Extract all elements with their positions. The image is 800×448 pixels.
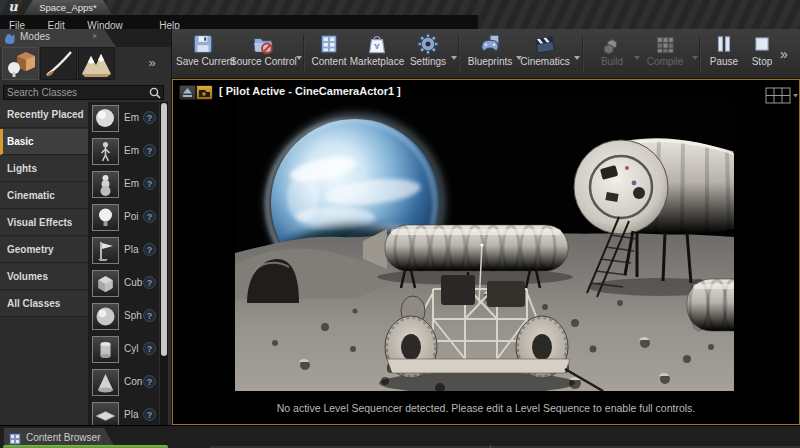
help-icon[interactable]: ?	[143, 276, 156, 289]
category-cinematic[interactable]: Cinematic	[0, 183, 88, 209]
modes-tab[interactable]: Modes ×	[0, 29, 116, 47]
category-recently-placed[interactable]: Recently Placed	[0, 102, 88, 128]
list-item-player-start[interactable]: Pla ?	[88, 235, 159, 268]
help-icon[interactable]: ?	[143, 111, 156, 124]
project-tab[interactable]: Space_Apps*	[24, 0, 112, 15]
cylinder-thumb-icon	[92, 336, 119, 363]
cinematics-dropdown-caret[interactable]	[574, 56, 580, 60]
compile-dropdown-caret[interactable]	[692, 56, 698, 60]
sphere-thumb-icon	[92, 303, 119, 330]
button-label: Settings	[405, 56, 451, 67]
list-item-empty-pawn[interactable]: Em ?	[88, 169, 159, 202]
cinematics-clapperboard-icon	[534, 33, 556, 55]
mode-landscape-button[interactable]	[78, 47, 115, 80]
cinematics-button[interactable]: Cinematics	[516, 32, 574, 76]
button-label: Source Control	[230, 56, 296, 67]
menu-bar: File Edit Window Help	[0, 15, 189, 29]
button-label: Compile	[638, 56, 692, 67]
pilot-camera-button[interactable]	[196, 85, 213, 100]
source-control-icon	[252, 33, 274, 55]
item-label: Sph	[124, 310, 142, 321]
button-label: Save Current	[176, 56, 230, 67]
compile-icon	[654, 33, 676, 55]
category-lights[interactable]: Lights	[0, 156, 88, 182]
empty-pawn-thumb-icon	[92, 171, 119, 198]
help-icon[interactable]: ?	[143, 144, 156, 157]
source-control-dropdown-caret[interactable]	[296, 56, 302, 60]
pause-icon	[713, 33, 735, 55]
button-label: Build	[590, 56, 634, 67]
build-button[interactable]: Build	[590, 32, 634, 76]
blueprints-button[interactable]: Blueprints	[464, 32, 516, 76]
button-label: Marketplace	[349, 56, 405, 67]
eject-icon	[180, 86, 195, 99]
help-icon[interactable]: ?	[143, 309, 156, 322]
list-item-cube[interactable]: Cub ?	[88, 268, 159, 301]
compile-button[interactable]: Compile	[638, 32, 692, 76]
content-browser-tab-label: Content Browser	[26, 432, 100, 443]
list-item-plane[interactable]: Pla ?	[88, 400, 159, 425]
item-label: Em	[124, 112, 139, 123]
plane-thumb-icon	[92, 402, 119, 425]
point-light-thumb-icon	[92, 204, 119, 231]
list-item-cone[interactable]: Con ?	[88, 367, 159, 400]
button-label: Content	[309, 56, 349, 67]
category-all-classes[interactable]: All Classes	[0, 291, 88, 317]
empty-character-thumb-icon	[92, 138, 119, 165]
modes-tab-label: Modes	[20, 31, 50, 42]
settings-dropdown-caret[interactable]	[451, 56, 457, 60]
mode-paint-button[interactable]	[40, 47, 77, 80]
content-browser-icon	[318, 33, 340, 55]
modes-overflow-chevron[interactable]: »	[140, 53, 164, 73]
list-item-empty-character[interactable]: Em ?	[88, 136, 159, 169]
list-item-empty-actor[interactable]: Em ?	[88, 103, 159, 136]
save-current-button[interactable]: Save Current	[176, 32, 230, 76]
unreal-editor-window: u Space_Apps* File Edit Window Help Mode…	[0, 0, 800, 448]
button-label: Cinematics	[516, 56, 574, 67]
cube-thumb-icon	[92, 270, 119, 297]
sequencer-status-message: No active Level Sequencer detected. Plea…	[173, 402, 799, 414]
marketplace-icon	[366, 33, 388, 55]
content-button[interactable]: Content	[309, 32, 349, 76]
help-icon[interactable]: ?	[143, 375, 156, 388]
marketplace-button[interactable]: Marketplace	[349, 32, 405, 76]
pause-button[interactable]: Pause	[705, 32, 743, 76]
item-label: Cub	[124, 277, 142, 288]
help-icon[interactable]: ?	[143, 243, 156, 256]
paint-mode-icon	[41, 48, 76, 79]
toolbar-separator	[582, 35, 584, 73]
source-control-button[interactable]: Source Control	[230, 32, 296, 76]
content-browser-close-icon[interactable]: ×	[96, 432, 101, 442]
category-volumes[interactable]: Volumes	[0, 264, 88, 290]
stop-piloting-button[interactable]	[179, 85, 196, 100]
mode-place-button[interactable]	[2, 47, 39, 80]
save-icon	[192, 33, 214, 55]
settings-button[interactable]: Settings	[405, 32, 451, 76]
level-viewport[interactable]: [ Pilot Active - CineCameraActor1 ] No a…	[172, 79, 800, 425]
category-basic[interactable]: Basic	[0, 129, 88, 155]
modes-panel: Modes ×	[0, 29, 171, 425]
help-icon[interactable]: ?	[143, 210, 156, 223]
gear-icon	[417, 33, 439, 55]
list-item-sphere[interactable]: Sph ?	[88, 301, 159, 334]
moon-scene	[235, 97, 734, 391]
list-item-point-light[interactable]: Poi ?	[88, 202, 159, 235]
grid-layout-icon	[765, 86, 799, 106]
toolbar-overflow-chevron[interactable]: »	[772, 44, 796, 64]
modes-tab-close-icon[interactable]: ×	[92, 31, 97, 41]
help-icon[interactable]: ?	[143, 342, 156, 355]
cone-thumb-icon	[92, 369, 119, 396]
items-scrollbar-thumb[interactable]	[161, 103, 167, 356]
viewport-layout-selector[interactable]	[765, 86, 799, 106]
cine-camera-frame	[235, 97, 734, 391]
help-icon[interactable]: ?	[143, 177, 156, 190]
build-icon	[601, 33, 623, 55]
category-visual-effects[interactable]: Visual Effects	[0, 210, 88, 236]
item-label: Poi	[124, 211, 138, 222]
search-icon	[148, 86, 162, 100]
help-icon[interactable]: ?	[143, 408, 156, 421]
list-item-cylinder[interactable]: Cyl ?	[88, 334, 159, 367]
category-geometry[interactable]: Geometry	[0, 237, 88, 263]
unreal-logo-icon: u	[4, 0, 22, 15]
search-classes-input[interactable]	[7, 86, 145, 99]
